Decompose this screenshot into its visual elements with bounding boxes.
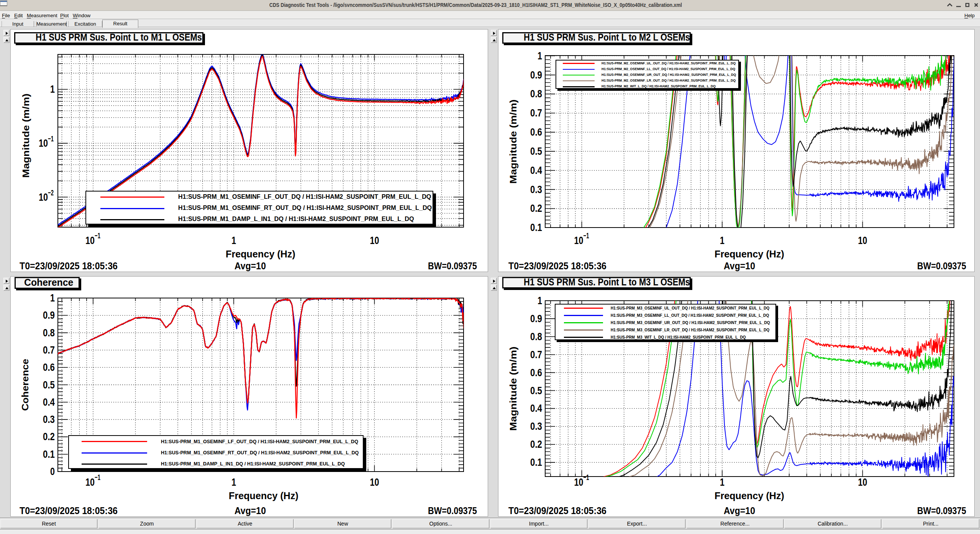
svg-text:Avg=10: Avg=10: [234, 505, 266, 516]
svg-text:0.1: 0.1: [530, 456, 542, 468]
svg-text:Coherence: Coherence: [20, 359, 30, 411]
svg-text:10: 10: [858, 476, 867, 488]
svg-text:1: 1: [50, 83, 55, 95]
svg-text:0.9: 0.9: [530, 313, 542, 324]
svg-text:1: 1: [50, 292, 55, 304]
svg-text:10−1: 10−1: [39, 134, 54, 149]
svg-text:10: 10: [370, 476, 379, 488]
svg-text:0.6: 0.6: [530, 367, 542, 378]
svg-text:0.8: 0.8: [530, 331, 542, 342]
svg-text:10−1: 10−1: [85, 231, 100, 246]
svg-text:Avg=10: Avg=10: [724, 505, 755, 516]
svg-text:1: 1: [720, 476, 724, 488]
svg-text:10−2: 10−2: [39, 188, 54, 203]
svg-text:1: 1: [538, 295, 542, 306]
svg-text:0.7: 0.7: [43, 344, 55, 356]
svg-text:10: 10: [370, 234, 379, 246]
svg-text:T0=23/09/2025 18:05:36: T0=23/09/2025 18:05:36: [20, 505, 118, 516]
svg-text:Magnitude (m/m): Magnitude (m/m): [508, 347, 518, 431]
svg-text:0.5: 0.5: [530, 385, 542, 396]
svg-text:BW=0.09375: BW=0.09375: [917, 260, 966, 271]
svg-text:0.9: 0.9: [43, 309, 55, 321]
svg-text:10−1: 10−1: [574, 231, 589, 246]
svg-text:1: 1: [231, 234, 236, 246]
svg-text:0.9: 0.9: [530, 69, 542, 81]
svg-text:0.8: 0.8: [530, 88, 542, 100]
svg-text:0.5: 0.5: [43, 379, 55, 391]
svg-text:0.7: 0.7: [530, 349, 542, 360]
svg-text:0.2: 0.2: [530, 438, 542, 450]
svg-text:Avg=10: Avg=10: [724, 260, 755, 271]
svg-text:0.3: 0.3: [530, 420, 542, 432]
svg-text:0.8: 0.8: [43, 327, 55, 339]
svg-text:1: 1: [538, 50, 542, 62]
svg-text:T0=23/09/2025 18:05:36: T0=23/09/2025 18:05:36: [20, 260, 118, 271]
svg-text:BW=0.09375: BW=0.09375: [428, 505, 477, 516]
svg-text:Magnitude (m/m): Magnitude (m/m): [508, 100, 518, 184]
svg-text:0.1: 0.1: [530, 221, 542, 233]
svg-text:0: 0: [50, 465, 55, 477]
svg-text:0.1: 0.1: [43, 448, 55, 460]
svg-text:Frequency (Hz): Frequency (Hz): [715, 490, 784, 501]
svg-text:1: 1: [231, 476, 236, 488]
svg-text:BW=0.09375: BW=0.09375: [917, 505, 966, 516]
svg-text:0.2: 0.2: [530, 202, 542, 214]
svg-text:Frequency (Hz): Frequency (Hz): [229, 490, 298, 501]
svg-text:0.6: 0.6: [43, 361, 55, 373]
svg-text:0.5: 0.5: [530, 145, 542, 157]
svg-text:Frequency (Hz): Frequency (Hz): [226, 248, 295, 260]
svg-text:Avg=10: Avg=10: [234, 260, 266, 271]
svg-text:10: 10: [858, 234, 867, 246]
svg-text:Magnitude (m/m): Magnitude (m/m): [21, 93, 31, 178]
svg-text:0.2: 0.2: [43, 431, 55, 442]
svg-text:0.3: 0.3: [530, 183, 542, 195]
svg-text:0.4: 0.4: [43, 396, 55, 408]
svg-text:T0=23/09/2025 18:05:36: T0=23/09/2025 18:05:36: [508, 505, 606, 516]
svg-text:1: 1: [720, 234, 724, 246]
svg-text:T0=23/09/2025 18:05:36: T0=23/09/2025 18:05:36: [508, 260, 606, 271]
svg-text:0.3: 0.3: [43, 413, 55, 425]
svg-text:0.6: 0.6: [530, 126, 542, 138]
svg-text:0.4: 0.4: [530, 402, 542, 414]
svg-text:Frequency (Hz): Frequency (Hz): [715, 248, 784, 260]
svg-text:0.4: 0.4: [530, 164, 542, 176]
svg-text:0.7: 0.7: [530, 107, 542, 119]
svg-text:10−1: 10−1: [85, 473, 100, 488]
svg-text:BW=0.09375: BW=0.09375: [428, 260, 477, 271]
